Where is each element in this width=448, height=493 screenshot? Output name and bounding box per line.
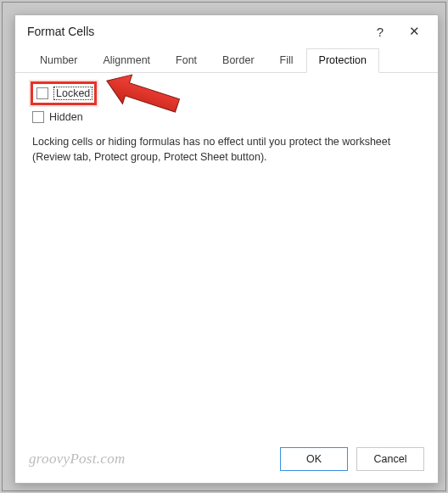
tab-alignment[interactable]: Alignment [90,48,163,73]
dialog-footer: groovyPost.com OK Cancel [15,435,438,483]
cancel-button-label: Cancel [374,453,407,465]
tab-label: Border [222,54,255,66]
locked-label: Locked [53,87,92,100]
hidden-checkbox[interactable] [32,111,44,123]
help-icon: ? [377,25,384,39]
protection-info-text: Locking cells or hiding formulas has no … [32,134,421,165]
tab-label: Alignment [103,54,150,66]
ok-button[interactable]: OK [280,447,348,471]
help-button[interactable]: ? [363,19,397,44]
protection-panel: Locked Hidden Locking cells or hiding fo… [15,73,438,435]
tab-font[interactable]: Font [163,48,210,73]
ok-button-label: OK [306,453,322,465]
tab-label: Protection [319,54,367,66]
tab-border[interactable]: Border [210,48,267,73]
tab-fill[interactable]: Fill [267,48,306,73]
tab-label: Fill [280,54,294,66]
dialog-title: Format Cells [27,25,94,38]
screenshot-frame: Format Cells ? ✕ Number Alignment Font B… [2,2,446,491]
watermark-text: groovyPost.com [29,451,126,468]
close-button[interactable]: ✕ [397,19,431,44]
tab-number[interactable]: Number [27,48,90,73]
cancel-button[interactable]: Cancel [356,447,424,471]
tab-label: Font [176,54,197,66]
tab-label: Number [40,54,77,66]
format-cells-dialog: Format Cells ? ✕ Number Alignment Font B… [14,14,439,484]
hidden-label: Hidden [49,111,83,123]
close-icon: ✕ [409,24,420,39]
locked-checkbox-row[interactable]: Locked [32,85,421,102]
locked-checkbox[interactable] [36,87,48,99]
hidden-checkbox-row[interactable]: Hidden [32,109,421,126]
titlebar: Format Cells ? ✕ [15,15,438,48]
tab-strip: Number Alignment Font Border Fill Protec… [15,48,438,73]
tab-protection[interactable]: Protection [306,48,379,73]
